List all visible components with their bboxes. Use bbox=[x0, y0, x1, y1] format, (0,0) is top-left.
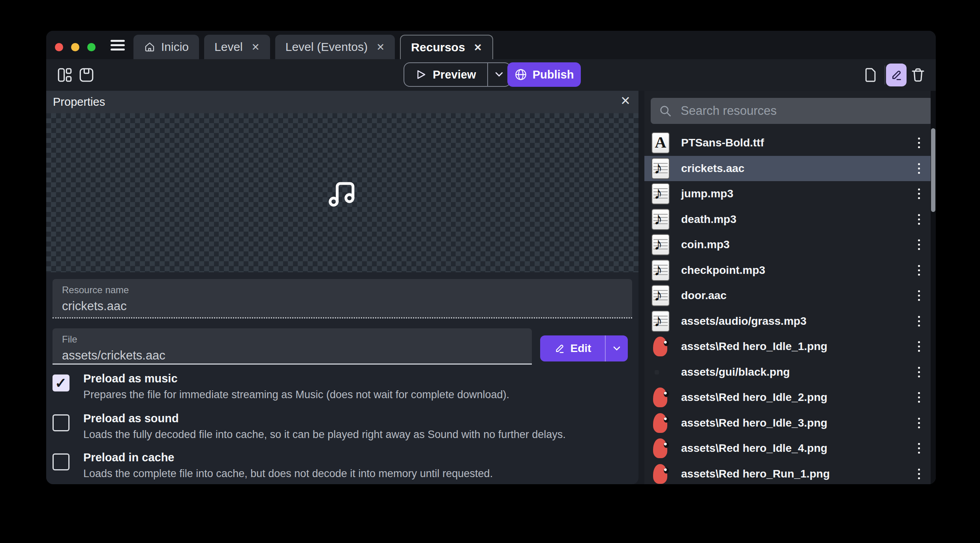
preload-music-row: Preload as music Prepares the file for i… bbox=[53, 372, 629, 408]
edit-button[interactable]: Edit bbox=[540, 335, 605, 361]
kebab-menu-icon[interactable] bbox=[916, 237, 922, 253]
resource-label: assets\Red hero_Idle_2.png bbox=[681, 391, 827, 404]
resource-list: PTSans-Bold.ttf crickets.aac jump.mp3 de… bbox=[644, 130, 933, 484]
kebab-menu-icon[interactable] bbox=[916, 441, 922, 456]
preview-dropdown-button[interactable] bbox=[487, 63, 510, 86]
resource-name-field[interactable]: Resource name crickets.aac bbox=[53, 279, 632, 318]
checkbox-label[interactable]: Preload as sound bbox=[83, 412, 179, 425]
kebab-menu-icon[interactable] bbox=[916, 415, 922, 431]
kebab-menu-icon[interactable] bbox=[916, 186, 922, 202]
resource-label: coin.mp3 bbox=[681, 238, 730, 251]
preview-label: Preview bbox=[433, 68, 476, 81]
close-panel-icon[interactable]: ✕ bbox=[620, 95, 631, 107]
resource-row[interactable]: assets\Red hero_Idle_4.png bbox=[644, 436, 933, 461]
checkbox-description: Prepares the file for immediate streamin… bbox=[83, 389, 509, 401]
audio-file-icon bbox=[651, 285, 670, 306]
preview-button[interactable]: Preview bbox=[404, 63, 487, 86]
tab-strip: Inicio Level ✕ Level (Eventos) ✕ Recurso… bbox=[133, 35, 493, 59]
black-image-icon bbox=[651, 361, 670, 383]
preload-sound-row: Preload as sound Loads the fully decoded… bbox=[53, 412, 629, 448]
search-bar bbox=[651, 98, 933, 124]
resource-row[interactable]: assets\Red hero_Idle_1.png bbox=[644, 334, 933, 360]
tab-label: Level bbox=[214, 40, 243, 54]
audio-file-icon bbox=[651, 183, 670, 204]
resource-label: assets\Red hero_Run_1.png bbox=[681, 468, 830, 480]
close-window-button[interactable] bbox=[55, 43, 63, 51]
edit-dropdown-button[interactable] bbox=[605, 335, 628, 361]
tab-level[interactable]: Level ✕ bbox=[204, 35, 270, 59]
resource-preview-area bbox=[46, 113, 638, 272]
kebab-menu-icon[interactable] bbox=[916, 212, 922, 227]
minimize-window-button[interactable] bbox=[71, 43, 79, 51]
tab-level-eventos[interactable]: Level (Eventos) ✕ bbox=[275, 35, 395, 59]
tab-recursos[interactable]: Recursos ✕ bbox=[400, 35, 493, 59]
checkbox-label[interactable]: Preload as music bbox=[83, 372, 178, 385]
resource-row[interactable]: crickets.aac bbox=[644, 156, 933, 182]
document-icon[interactable] bbox=[863, 67, 878, 83]
resource-label: death.mp3 bbox=[681, 213, 736, 226]
resource-row[interactable]: jump.mp3 bbox=[644, 181, 933, 207]
kebab-menu-icon[interactable] bbox=[916, 288, 922, 303]
toolbar: Preview Publish bbox=[46, 59, 936, 91]
scrollbar-thumb[interactable] bbox=[931, 128, 935, 212]
close-tab-icon[interactable]: ✕ bbox=[376, 42, 385, 52]
kebab-menu-icon[interactable] bbox=[916, 161, 922, 176]
resource-row[interactable]: assets\Red hero_Run_1.png bbox=[644, 461, 933, 485]
play-icon bbox=[415, 69, 426, 80]
resources-panel: PTSans-Bold.ttf crickets.aac jump.mp3 de… bbox=[644, 91, 936, 484]
resource-label: door.aac bbox=[681, 289, 727, 302]
toolbar-divider bbox=[884, 66, 885, 84]
kebab-menu-icon[interactable] bbox=[916, 135, 922, 151]
scrollbar-track[interactable] bbox=[931, 91, 936, 484]
globe-icon bbox=[514, 68, 527, 81]
tab-inicio[interactable]: Inicio bbox=[133, 35, 199, 59]
kebab-menu-icon[interactable] bbox=[916, 339, 922, 354]
kebab-menu-icon[interactable] bbox=[916, 262, 922, 278]
properties-header: Properties ✕ bbox=[46, 91, 638, 113]
edit-split-button: Edit bbox=[540, 335, 628, 361]
save-icon[interactable] bbox=[79, 67, 94, 83]
resource-row[interactable]: assets/gui/black.png bbox=[644, 360, 933, 385]
checkbox-description: Loads the complete file into cache, but … bbox=[83, 468, 493, 480]
resource-row[interactable]: door.aac bbox=[644, 283, 933, 309]
file-field[interactable]: File assets/crickets.aac bbox=[53, 328, 532, 365]
publish-button[interactable]: Publish bbox=[507, 62, 581, 87]
preview-split-button: Preview bbox=[404, 62, 511, 87]
preload-cache-checkbox[interactable] bbox=[53, 453, 69, 470]
trash-icon[interactable] bbox=[911, 67, 925, 83]
preload-cache-row: Preload in cache Loads the complete file… bbox=[53, 451, 629, 484]
resource-label: crickets.aac bbox=[681, 162, 744, 175]
audio-file-icon bbox=[651, 209, 670, 230]
kebab-menu-icon[interactable] bbox=[916, 364, 922, 380]
close-tab-icon[interactable]: ✕ bbox=[474, 43, 482, 52]
resource-row[interactable]: PTSans-Bold.ttf bbox=[644, 130, 933, 156]
hamburger-menu-icon[interactable] bbox=[111, 40, 125, 51]
resource-label: assets\Red hero_Idle_3.png bbox=[681, 417, 827, 429]
tab-label: Inicio bbox=[161, 40, 189, 54]
kebab-menu-icon[interactable] bbox=[916, 466, 922, 481]
resource-row[interactable]: assets\Red hero_Idle_3.png bbox=[644, 410, 933, 436]
resource-row[interactable]: death.mp3 bbox=[644, 207, 933, 232]
kebab-menu-icon[interactable] bbox=[916, 313, 922, 329]
tab-label: Recursos bbox=[411, 41, 465, 54]
preload-sound-checkbox[interactable] bbox=[53, 414, 69, 431]
resource-row[interactable]: coin.mp3 bbox=[644, 232, 933, 258]
tab-label: Level (Eventos) bbox=[285, 40, 368, 54]
preload-music-checkbox[interactable] bbox=[53, 374, 69, 391]
search-input[interactable] bbox=[680, 98, 925, 124]
maximize-window-button[interactable] bbox=[87, 43, 96, 51]
resource-row[interactable]: assets/audio/grass.mp3 bbox=[644, 309, 933, 334]
checkbox-label[interactable]: Preload in cache bbox=[83, 451, 175, 464]
close-tab-icon[interactable]: ✕ bbox=[252, 42, 260, 52]
resource-row[interactable]: checkpoint.mp3 bbox=[644, 258, 933, 283]
kebab-menu-icon[interactable] bbox=[916, 390, 922, 405]
file-label: File bbox=[62, 334, 532, 345]
audio-file-icon bbox=[651, 234, 670, 255]
edit-mode-toggle-button[interactable] bbox=[886, 64, 907, 86]
desktop-background: Inicio Level ✕ Level (Eventos) ✕ Recurso… bbox=[0, 0, 980, 543]
red-hero-sprite-icon bbox=[651, 387, 670, 408]
red-hero-sprite-icon bbox=[651, 438, 670, 459]
red-hero-sprite-icon bbox=[651, 463, 670, 484]
panels-icon[interactable] bbox=[57, 67, 73, 83]
resource-row[interactable]: assets\Red hero_Idle_2.png bbox=[644, 385, 933, 410]
